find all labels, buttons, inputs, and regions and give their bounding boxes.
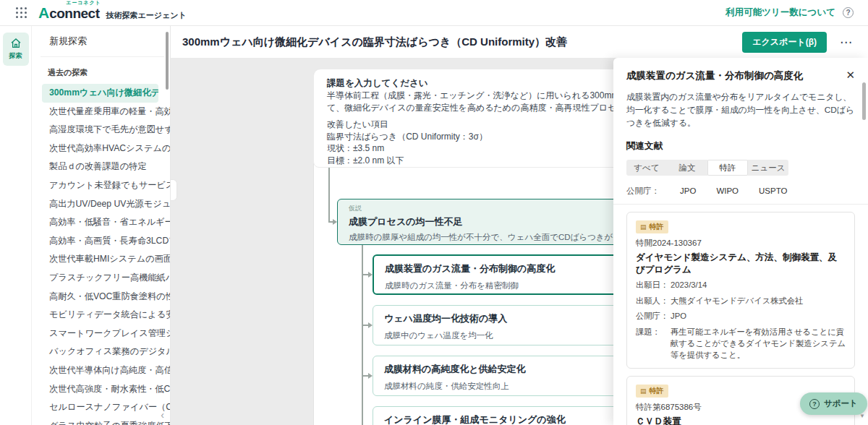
office-filter-label: 公開庁：: [626, 186, 660, 197]
tab-papers[interactable]: 論文: [667, 160, 707, 176]
sidebar-item[interactable]: スマートワークプレイス管理シス…: [32, 325, 170, 343]
sidebar-item[interactable]: バックオフィス業務のデジタル化…: [32, 343, 170, 361]
sidebar-item[interactable]: 次世代車載HMIシステムの画面応…: [32, 250, 170, 269]
patent-badge-label: 特許: [650, 222, 664, 232]
sidebar-item[interactable]: 高出力UV/Deep UV光源モジュー…: [32, 195, 170, 214]
logo-katakana: エーコネクト: [66, 0, 101, 7]
sidebar-collapse-icon[interactable]: ‹: [161, 409, 164, 421]
past-searches-header: 過去の探索: [48, 67, 170, 78]
sidebar: 新規探索 過去の探索 300mmウェハ向け微細化デバイ… 次世代量産乗用車の軽量…: [32, 26, 171, 425]
tab-patents[interactable]: 特許: [707, 160, 748, 176]
top-header: エーコネクト A connect 技術探索エージェント 利用可能ツリー数について…: [0, 0, 868, 26]
patent-title: ダイヤモンド製造システム、方法、制御装置、及びプログラム: [636, 252, 846, 276]
patent-badge-label: 特許: [650, 386, 664, 396]
help-icon[interactable]: ?: [843, 7, 854, 18]
sidebar-item[interactable]: 次世代高強度・耐水素性・低CO₂…: [32, 380, 170, 399]
logo[interactable]: エーコネクト A connect 技術探索エージェント: [38, 4, 187, 22]
sidebar-item[interactable]: グラス中空粒子の夏季強度低下の: [32, 417, 170, 425]
patent-doc-icon: ▤: [640, 387, 647, 395]
tab-news[interactable]: ニュース: [748, 160, 788, 176]
sidebar-item-new-search[interactable]: 新規探索: [32, 26, 170, 56]
tab-all[interactable]: すべて: [626, 160, 667, 176]
related-docs-header: 関連文献: [626, 140, 855, 153]
patent-doc-icon: ▤: [640, 223, 647, 231]
panel-scrollbar[interactable]: [862, 82, 866, 120]
sidebar-item[interactable]: アカウント未登録でもサービスが…: [32, 176, 170, 195]
field-label: 公開庁：: [636, 310, 671, 322]
patent-badge: ▤ 特許: [636, 220, 668, 233]
publication-office-filter: 公開庁： JPO WIPO USPTO: [626, 186, 855, 197]
panel-collapse-handle[interactable]: [171, 179, 177, 201]
question-icon: ?: [809, 399, 820, 409]
home-icon: [10, 38, 22, 49]
support-label: サポート: [824, 398, 858, 409]
more-menu-button[interactable]: ⋯: [835, 36, 856, 48]
icon-rail: 探索: [0, 26, 32, 425]
title-bar: 300mmウェハ向け微細化デバイスの臨界寸法ばらつき（CD Uniformity…: [171, 26, 868, 58]
app-window: エーコネクト A connect 技術探索エージェント 利用可能ツリー数について…: [0, 0, 868, 425]
sidebar-item[interactable]: 次世代高効率HVACシステムのエ…: [32, 139, 170, 158]
field-value: 大熊ダイヤモンドデバイス株式会社: [671, 295, 846, 306]
support-button[interactable]: ? サポート: [800, 392, 867, 415]
field-value: 2023/3/14: [671, 279, 846, 291]
rail-explore-label: 探索: [9, 51, 22, 61]
sidebar-item[interactable]: 高湿度環境下で毛先が意図せずカ…: [32, 121, 170, 139]
doc-type-tabs: すべて 論文 特許 ニュース: [626, 160, 788, 176]
export-button[interactable]: エクスポート(β): [742, 32, 827, 53]
field-label: 課題：: [636, 326, 671, 361]
office-option-jpo[interactable]: JPO: [680, 186, 696, 195]
field-label: 出願日：: [636, 279, 671, 291]
sidebar-item[interactable]: セルロースナノファイバー（CNF…: [32, 398, 170, 417]
patent-number: 特開2024-130367: [636, 238, 846, 249]
sidebar-divider: [41, 56, 164, 57]
sidebar-item[interactable]: 次世代量産乗用車の軽量・高効率…: [32, 103, 170, 121]
detail-panel-title: 成膜装置のガス流量・分布制御の高度化: [626, 69, 843, 83]
sidebar-item[interactable]: 製品ｄの改善課題の特定: [32, 158, 170, 176]
field-value: JPO: [671, 310, 846, 322]
edge-line: [328, 168, 330, 222]
detail-panel-description: 成膜装置内のガス流量や分布をリアルタイムでモニタし、均一化することで膜厚・組成の…: [626, 90, 859, 130]
patent-badge: ▤ 特許: [636, 385, 668, 398]
detail-panel: 成膜装置のガス流量・分布制御の高度化 ✕ 成膜装置内のガス流量や分布をリアルタイ…: [613, 58, 868, 425]
sidebar-scrollbar[interactable]: [166, 32, 169, 90]
sidebar-item[interactable]: 次世代半導体向け高純度・高信頼…: [32, 361, 170, 380]
past-searches-list: 300mmウェハ向け微細化デバイ… 次世代量産乗用車の軽量・高効率… 高湿度環境…: [32, 84, 170, 425]
sidebar-item[interactable]: 300mmウェハ向け微細化デバイ…: [42, 84, 158, 103]
sidebar-item[interactable]: 高効率・高画質・長寿命3LCDプ…: [32, 232, 170, 251]
sidebar-item[interactable]: プラスチックフリー高機能紙パッ…: [32, 269, 170, 288]
edge-line: [362, 245, 363, 425]
field-label: 出願人：: [636, 295, 671, 306]
panel-divider: [613, 204, 868, 205]
logo-a-mark: A: [38, 4, 49, 22]
close-icon[interactable]: ✕: [846, 69, 855, 80]
sidebar-item[interactable]: 高効率・低騒音・省エネルギー電…: [32, 213, 170, 232]
patent-title: ＣＶＤ装置: [636, 416, 846, 425]
logo-product-name: 技術探索エージェント: [106, 10, 187, 21]
resize-caret-icon[interactable]: ▼: [859, 413, 865, 419]
sidebar-item[interactable]: モビリティデータ統合による安全…: [32, 306, 170, 325]
patent-card[interactable]: ▤ 特許 特開2024-130367 ダイヤモンド製造システム、方法、制御装置、…: [626, 212, 855, 369]
apps-grid-icon[interactable]: [16, 7, 27, 18]
available-trees-link[interactable]: 利用可能ツリー数について: [726, 7, 835, 19]
office-option-wipo[interactable]: WIPO: [716, 186, 739, 195]
office-option-uspto[interactable]: USPTO: [759, 186, 787, 195]
page-title: 300mmウェハ向け微細化デバイスの臨界寸法ばらつき（CD Uniformity…: [182, 35, 733, 49]
logo-wordmark: connect: [49, 6, 99, 22]
rail-item-explore[interactable]: 探索: [3, 33, 29, 66]
sidebar-item[interactable]: 高耐久・低VOC重防食塗料の性能…: [32, 288, 170, 306]
field-value: 再生可能エネルギーを有効活用させることに貢献することができるダイヤモンド製造シス…: [671, 326, 846, 361]
